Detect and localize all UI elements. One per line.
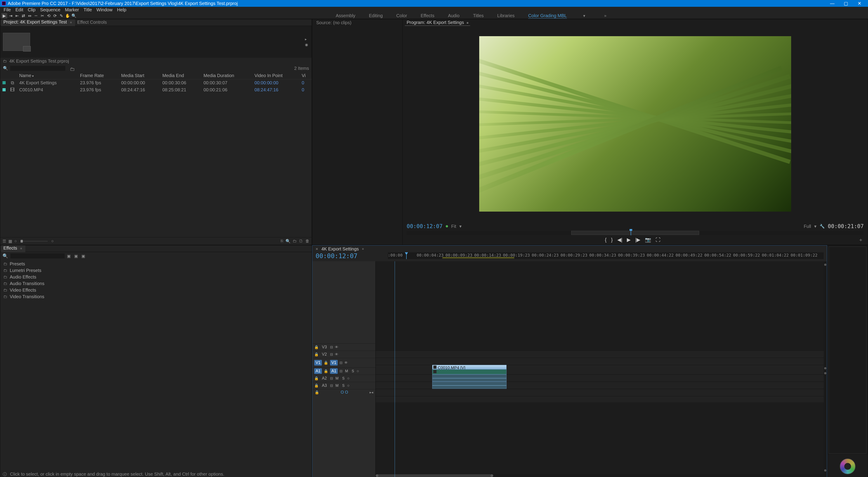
32bit-fx-icon[interactable]: ▣ [74, 254, 79, 258]
sync-lock-icon[interactable]: ⊟ [330, 376, 333, 381]
col-vi[interactable]: Vi [300, 72, 312, 79]
export-frame-icon[interactable]: ⛶ [655, 237, 660, 243]
audio-clip-a2[interactable] [432, 382, 506, 389]
solo-button[interactable]: S [341, 384, 346, 388]
selection-tool-icon[interactable]: ▶ [1, 13, 7, 19]
workspace-dropdown-icon[interactable]: ▾ [581, 13, 588, 18]
horizontal-scrollbar[interactable] [376, 474, 827, 477]
yuv-fx-icon[interactable]: ▣ [81, 254, 86, 258]
rolling-edit-icon[interactable]: ⇔ [27, 13, 33, 19]
menu-edit[interactable]: Edit [13, 7, 25, 13]
track-select-backward-icon[interactable]: ⇤ [14, 13, 20, 19]
workspace-titles[interactable]: Titles [473, 13, 484, 18]
workspace-overflow-icon[interactable]: » [601, 13, 609, 18]
menu-clip[interactable]: Clip [26, 7, 38, 13]
col-media-start[interactable]: Media Start [119, 72, 160, 79]
solo-button[interactable]: S [341, 377, 346, 381]
new-item-icon[interactable]: 🗋 [299, 239, 303, 243]
zoom-scroll-thumb[interactable] [376, 474, 493, 477]
icon-view-icon[interactable]: ▦ [8, 239, 12, 244]
mark-in-icon[interactable]: { [605, 237, 607, 243]
lock-icon[interactable]: 🔒 [324, 369, 328, 373]
sync-lock-icon[interactable]: ⊟ [330, 345, 333, 349]
table-row[interactable]: ⧉ 4K Export Settings 23.976 fps 00:00:00… [0, 79, 312, 87]
tree-item-video-transitions[interactable]: 🗀Video Transitions [0, 293, 312, 300]
bin-icon[interactable]: 🗀 [3, 59, 7, 63]
settings-icon[interactable]: 🔧 [819, 224, 825, 229]
source-patch-v1[interactable]: V1 [314, 360, 322, 365]
expand-tracks-icon[interactable]: ▸◂ [370, 390, 373, 394]
tab-menu-icon[interactable]: ≡ [20, 247, 22, 250]
sync-lock-icon[interactable]: ⊟ [340, 361, 342, 365]
delete-icon[interactable]: 🗑 [305, 239, 309, 243]
lock-icon[interactable]: 🔒 [314, 383, 319, 388]
close-button[interactable]: ✕ [852, 0, 866, 6]
maximize-button[interactable]: ▢ [839, 0, 852, 6]
ripple-edit-icon[interactable]: ⇄ [20, 13, 26, 19]
menu-sequence[interactable]: Sequence [38, 7, 63, 13]
poster-frame-icon[interactable]: ▸ [305, 37, 309, 41]
slide-tool-icon[interactable]: ⟳ [52, 13, 58, 19]
razor-tool-icon[interactable]: ✂ [39, 13, 45, 19]
track-header-a1[interactable]: A1 🔒 A1 ⊟ M S [312, 367, 375, 375]
track-header-a2[interactable]: 🔒 A2 ⊟ M S [312, 375, 375, 382]
lock-icon[interactable]: 🔒 [314, 352, 319, 357]
lock-icon[interactable]: 🔒 [314, 376, 319, 381]
track-header-v2[interactable]: 🔒 V2 ⊟ 👁 [312, 351, 375, 358]
program-monitor-canvas[interactable] [403, 26, 868, 222]
workspace-audio[interactable]: Audio [448, 13, 460, 18]
voice-over-icon[interactable] [347, 378, 349, 379]
resolution-select[interactable]: Full [804, 224, 811, 229]
zoom-dropdown-icon[interactable]: ▾ [459, 223, 462, 229]
effects-search-input[interactable] [10, 254, 65, 259]
menu-file[interactable]: File [1, 7, 13, 13]
tree-item-audio-effects[interactable]: 🗀Audio Effects [0, 274, 312, 280]
sequence-name[interactable]: 4K Export Settings [321, 246, 359, 251]
audio-link-clip[interactable] [432, 369, 506, 375]
mute-button[interactable]: M [344, 369, 349, 373]
fx-badge-icon[interactable] [433, 370, 436, 373]
slip-tool-icon[interactable]: ⟲ [46, 13, 52, 19]
program-scrub-bar[interactable] [407, 231, 864, 235]
new-bin-icon[interactable]: 🗀 [70, 66, 75, 70]
color-wheel[interactable] [827, 455, 868, 477]
tab-project[interactable]: Project: 4K Export Settings Test ≡ [1, 19, 75, 26]
step-forward-icon[interactable]: |▶ [635, 237, 640, 243]
zoom-tool-icon[interactable]: 🔍 [71, 13, 77, 19]
col-name[interactable]: Name [17, 72, 78, 79]
tab-effects[interactable]: Effects ≡ [1, 245, 25, 252]
program-timecode[interactable]: 00:00:12:07 [407, 223, 442, 230]
video-clip[interactable]: C0010.MP4 [V] [432, 365, 506, 369]
eye-icon[interactable]: 👁 [335, 352, 338, 357]
source-monitor-canvas[interactable] [312, 26, 402, 245]
mark-out-icon[interactable]: } [611, 237, 613, 243]
col-frame-rate[interactable]: Frame Rate [78, 72, 119, 79]
button-editor-icon[interactable]: ＋ [858, 236, 863, 243]
voice-over-icon[interactable] [347, 385, 349, 387]
track-select-forward-icon[interactable]: ⇥ [8, 13, 13, 19]
accelerated-fx-icon[interactable]: ▣ [67, 254, 72, 258]
tab-program[interactable]: Program: 4K Export Settings ≡ [405, 20, 470, 26]
sync-lock-icon[interactable]: ⊟ [330, 383, 333, 388]
playhead-icon[interactable] [631, 230, 631, 235]
project-search-input[interactable] [10, 66, 65, 71]
step-back-icon[interactable]: ◀| [617, 237, 622, 243]
minimize-button[interactable]: — [826, 0, 839, 6]
label-color-swatch[interactable] [2, 81, 6, 84]
zoom-level-select[interactable]: Fit [451, 224, 456, 229]
rate-stretch-icon[interactable]: ↔ [33, 13, 39, 19]
solo-button[interactable]: S [350, 369, 355, 373]
workspace-color-grading-mbl[interactable]: Color Grading MBL [528, 13, 567, 19]
lock-icon[interactable]: 🔒 [324, 361, 328, 365]
tracks-area[interactable]: C0010.MP4 [V] [376, 261, 827, 477]
tree-item-lumetri-presets[interactable]: 🗀Lumetri Presets [0, 267, 312, 274]
voice-over-icon[interactable] [357, 370, 359, 372]
menu-title[interactable]: Title [81, 7, 94, 13]
list-view-icon[interactable]: ☰ [2, 239, 6, 244]
audio-clip-a1[interactable] [432, 375, 506, 382]
workspace-effects[interactable]: Effects [421, 13, 434, 18]
resolution-dropdown-icon[interactable]: ▾ [814, 223, 816, 229]
fx-badge-icon[interactable] [433, 365, 436, 369]
tree-item-presets[interactable]: 🗀Presets [0, 261, 312, 267]
mute-button[interactable]: M [335, 384, 339, 388]
